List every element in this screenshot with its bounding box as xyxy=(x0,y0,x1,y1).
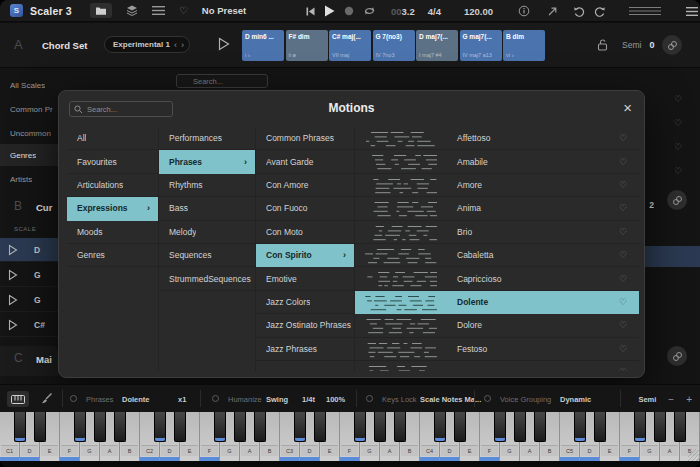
black-key[interactable] xyxy=(214,412,226,442)
modal-col-subcategory-item[interactable]: Con Moto xyxy=(256,221,354,244)
black-key[interactable] xyxy=(174,412,186,442)
section-c-header[interactable]: C Mai xyxy=(0,346,58,376)
heart-icon[interactable]: ♡ xyxy=(619,227,627,237)
black-key[interactable] xyxy=(494,412,506,442)
black-key[interactable] xyxy=(654,412,666,442)
semi-control[interactable]: Semi0 xyxy=(622,40,654,50)
info-icon[interactable] xyxy=(518,5,530,17)
heart-icon[interactable]: ♡ xyxy=(619,250,627,260)
modal-col-main-item[interactable]: Favourites xyxy=(67,150,158,173)
motion-item[interactable]: Affettoso♡ xyxy=(355,127,639,150)
heart-icon[interactable]: ♡ xyxy=(619,320,627,330)
modal-col-subcategory-item[interactable]: Con Amore xyxy=(256,174,354,197)
modal-col-main-item[interactable]: Expressions› xyxy=(67,197,158,220)
heart-icon[interactable]: ♡ xyxy=(619,133,627,143)
motion-item[interactable]: Festoso♡ xyxy=(355,338,639,361)
heart-icon[interactable]: ♡ xyxy=(619,274,627,284)
play-row-icon[interactable] xyxy=(8,294,18,306)
motion-item[interactable]: Amore♡ xyxy=(355,174,639,197)
preset-name[interactable]: No Preset xyxy=(202,5,246,16)
list-view-button[interactable] xyxy=(152,6,165,15)
chord-card[interactable]: G maj7(...IV maj7 a13 xyxy=(460,30,502,61)
modal-col-main-item[interactable]: Moods xyxy=(67,221,158,244)
humanize-value[interactable]: Swing xyxy=(266,395,288,404)
section-b-header[interactable]: B Cur xyxy=(0,194,58,220)
motion-item[interactable]: Amabile♡ xyxy=(355,150,639,173)
play-chordset-icon[interactable] xyxy=(218,37,230,51)
motion-item[interactable]: Capriccioso♡ xyxy=(355,267,639,290)
heart-icon[interactable]: ♡ xyxy=(619,180,627,190)
humanize-rate[interactable]: 1/4t xyxy=(302,395,315,404)
play-icon[interactable] xyxy=(324,5,335,17)
browser-tab-button[interactable] xyxy=(90,3,112,18)
chord-card[interactable]: D min6 ...i ♭ xyxy=(242,30,284,61)
play-row-icon[interactable] xyxy=(8,269,18,281)
humanize-amount[interactable]: 100% xyxy=(326,395,345,404)
black-key[interactable] xyxy=(154,412,166,442)
undo-icon[interactable] xyxy=(573,6,585,17)
chevron-left-icon[interactable]: ‹ xyxy=(174,40,177,50)
modal-col-category-item[interactable]: Melody xyxy=(159,221,255,244)
black-key[interactable] xyxy=(114,412,126,442)
black-key[interactable] xyxy=(294,412,306,442)
scales-search-input[interactable] xyxy=(176,74,268,88)
modal-col-main-item[interactable]: Articulations xyxy=(67,174,158,197)
black-key[interactable] xyxy=(534,412,546,442)
black-key[interactable] xyxy=(354,412,366,442)
chord-card[interactable]: B dimvi ♭ xyxy=(503,30,545,61)
bg-scale-row[interactable]: C# xyxy=(0,313,58,337)
brush-icon[interactable] xyxy=(40,392,53,405)
heart-icon[interactable]: ♡ xyxy=(619,157,627,167)
black-key[interactable] xyxy=(574,412,586,442)
bg-sidebar-item[interactable]: All Scales xyxy=(0,74,58,96)
bg-sidebar-item[interactable]: Genres xyxy=(0,144,58,166)
bg-sidebar-item[interactable]: Common Pr xyxy=(0,98,58,120)
semi-minus-button[interactable]: − xyxy=(668,396,674,404)
phrases-toggle[interactable] xyxy=(70,395,77,402)
chord-card[interactable]: F# dimii ø xyxy=(286,30,328,61)
black-key[interactable] xyxy=(514,412,526,442)
chord-card[interactable]: G 7(no3)IV 7no3 xyxy=(373,30,415,61)
bg-scale-row[interactable]: G xyxy=(0,263,58,287)
play-row-icon[interactable] xyxy=(8,319,18,331)
heart-icon[interactable]: ♡ xyxy=(619,344,627,354)
modal-col-subcategory-item[interactable]: Emotive xyxy=(256,267,354,290)
chord-card[interactable]: C# maj(...VII maj xyxy=(329,30,371,61)
keyboard-toggle-button[interactable] xyxy=(7,391,29,407)
loop-icon[interactable] xyxy=(363,6,376,16)
heart-icon[interactable]: ♡ xyxy=(619,297,627,307)
black-key[interactable] xyxy=(594,412,606,442)
modal-col-category-item[interactable]: Rhythms xyxy=(159,174,255,197)
black-key[interactable] xyxy=(374,412,386,442)
modal-col-subcategory-item[interactable]: Jazz Ostinato Phrases xyxy=(256,314,354,337)
modal-col-category-item[interactable]: Bass xyxy=(159,197,255,220)
black-key[interactable] xyxy=(434,412,446,442)
close-icon[interactable]: × xyxy=(623,97,632,119)
semi-plus-button[interactable]: + xyxy=(686,396,692,404)
keyslock-value[interactable]: Scale Notes Ma... xyxy=(420,395,481,404)
resize-handle[interactable] xyxy=(688,449,700,461)
chordset-preset-selector[interactable]: Experimental 1 ‹ › xyxy=(104,36,190,53)
keyslock-toggle[interactable] xyxy=(366,395,373,402)
black-key[interactable] xyxy=(74,412,86,442)
heart-icon[interactable]: ♡ xyxy=(674,166,682,176)
layers-button[interactable] xyxy=(126,5,138,16)
voice-grouping-value[interactable]: Dynamic xyxy=(560,395,591,404)
chevron-right-icon[interactable]: › xyxy=(181,40,184,50)
heart-icon[interactable]: ♡ xyxy=(674,142,682,152)
chord-card[interactable]: D maj7(...I maj7 #4 xyxy=(416,30,458,61)
section-c-link-button[interactable] xyxy=(667,346,687,366)
black-key[interactable] xyxy=(674,412,686,442)
modal-col-subcategory-item[interactable]: Avant Garde xyxy=(256,150,354,173)
modal-col-main-item[interactable]: All xyxy=(67,127,158,150)
link-button[interactable] xyxy=(662,35,682,55)
black-key[interactable] xyxy=(254,412,266,442)
bg-scale-row[interactable]: G xyxy=(0,288,58,312)
black-key[interactable] xyxy=(454,412,466,442)
modal-col-subcategory-item[interactable]: Con Fuoco xyxy=(256,197,354,220)
time-signature[interactable]: 4/4 xyxy=(428,6,441,17)
bg-sidebar-item[interactable]: Artists xyxy=(0,168,58,190)
bg-scale-row[interactable]: D xyxy=(0,238,58,262)
humanize-toggle[interactable] xyxy=(212,395,219,402)
heart-icon[interactable]: ♡ xyxy=(619,367,627,371)
